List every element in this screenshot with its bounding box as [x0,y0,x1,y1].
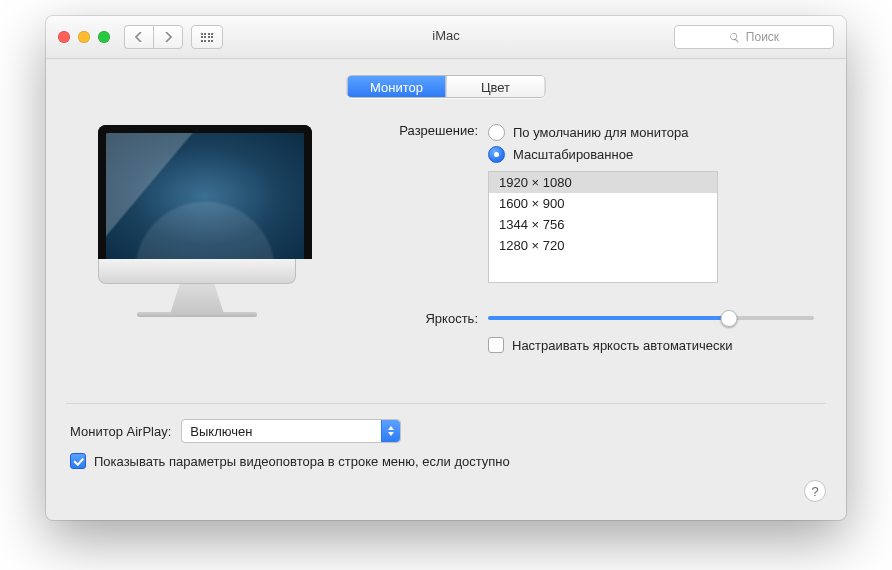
auto-brightness-checkbox[interactable] [488,337,504,353]
grid-icon [201,33,214,42]
mirroring-checkbox[interactable] [70,453,86,469]
display-settings: Разрешение: По умолчанию для монитора Ма… [368,121,814,353]
zoom-button[interactable] [98,31,110,43]
slider-fill [488,316,729,320]
brightness-row: Яркость: [368,309,814,327]
tab-segmented-control: Монитор Цвет [347,75,546,98]
airplay-popup[interactable]: Выключен [181,419,401,443]
mirroring-label: Показывать параметры видеоповтора в стро… [94,454,510,469]
brightness-label: Яркость: [368,311,488,326]
popup-stepper-icon [381,420,400,442]
forward-button[interactable] [153,25,183,49]
resolution-label: Разрешение: [368,121,488,138]
resolution-row: Разрешение: По умолчанию для монитора Ма… [368,121,814,283]
search-placeholder: Поиск [746,30,779,44]
help-icon: ? [811,484,818,499]
search-field[interactable]: Поиск [674,25,834,49]
airplay-value: Выключен [190,424,252,439]
airplay-row: Монитор AirPlay: Выключен [70,419,401,443]
display-preview-image [98,125,296,317]
search-icon [729,32,740,43]
chevron-left-icon [135,32,143,42]
resolution-default-radio[interactable]: По умолчанию для монитора [488,121,814,143]
auto-brightness-row: Настраивать яркость автоматически [488,337,814,353]
mirroring-row: Показывать параметры видеоповтора в стро… [70,453,510,469]
tab-color[interactable]: Цвет [446,76,545,97]
radio-icon [488,124,505,141]
resolution-option[interactable]: 1280 × 720 [489,235,717,256]
resolution-option[interactable]: 1600 × 900 [489,193,717,214]
airplay-label: Монитор AirPlay: [70,424,171,439]
back-button[interactable] [124,25,153,49]
auto-brightness-label: Настраивать яркость автоматически [512,338,732,353]
window-toolbar: iMac Поиск [46,16,846,59]
preferences-window: iMac Поиск Монитор Цвет Разре [46,16,846,520]
nav-back-forward [124,25,183,49]
resolution-option[interactable]: 1920 × 1080 [489,172,717,193]
resolution-scaled-radio[interactable]: Масштабированное [488,143,814,165]
resolution-list[interactable]: 1920 × 1080 1600 × 900 1344 × 756 1280 ×… [488,171,718,283]
resolution-default-label: По умолчанию для монитора [513,125,688,140]
resolution-option[interactable]: 1344 × 756 [489,214,717,235]
radio-icon [488,146,505,163]
brightness-slider[interactable] [488,309,814,327]
help-button[interactable]: ? [804,480,826,502]
chevron-right-icon [164,32,172,42]
minimize-button[interactable] [78,31,90,43]
resolution-scaled-label: Масштабированное [513,147,633,162]
close-button[interactable] [58,31,70,43]
section-divider [66,403,826,404]
traffic-lights [58,31,110,43]
tab-monitor[interactable]: Монитор [348,76,446,97]
content-area: Монитор Цвет Разрешение: По умолчанию д [46,59,846,520]
slider-knob[interactable] [721,310,738,327]
show-all-button[interactable] [191,25,223,49]
